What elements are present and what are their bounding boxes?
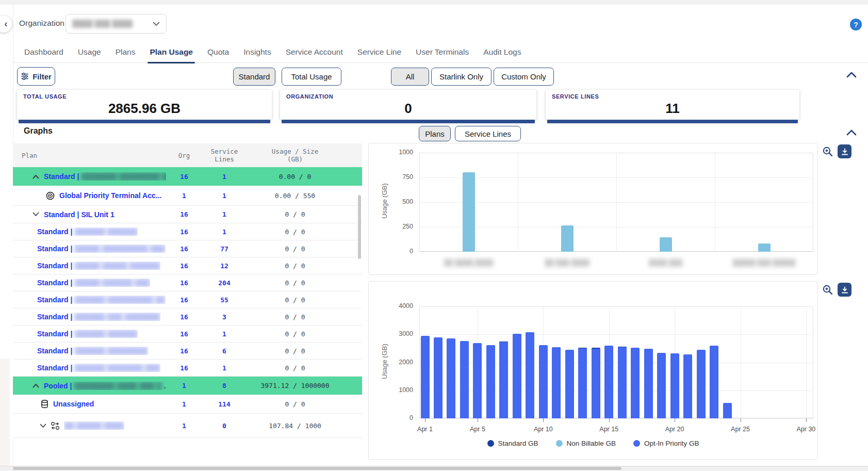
y-tick-label: 250 — [387, 223, 413, 230]
plan-name-link[interactable]: Standard | ██████ ████████ — [37, 347, 148, 355]
bar-opt-in-priority — [578, 348, 587, 418]
chevron-down-icon[interactable] — [40, 424, 46, 428]
service-lines-count: 1 — [202, 173, 247, 181]
tab-plans[interactable]: Plans — [108, 41, 143, 63]
view-toggle-standard[interactable]: Standard — [233, 68, 275, 86]
bar-opt-in-priority — [499, 342, 508, 418]
plan-name-link[interactable]: Standard | ██████ █████████ ██ — [37, 296, 166, 304]
scope-toggle-all[interactable]: All — [391, 68, 429, 86]
plan-cell: Standard | █████ █████████ ███ — [13, 245, 166, 253]
plan-name-link[interactable]: Standard | ██████ ███ ███████ — [37, 313, 160, 321]
org-count: 1 — [166, 192, 202, 200]
tab-user-terminals[interactable]: User Terminals — [408, 41, 476, 63]
filter-button[interactable]: Filter — [17, 67, 55, 86]
view-toggle-total-usage[interactable]: Total Usage — [282, 68, 341, 86]
bar-opt-in-priority — [513, 334, 521, 418]
graph-toggle-plans[interactable]: Plans — [419, 126, 451, 141]
plan-name-link[interactable]: Standard | █████ █████ ██████ — [37, 262, 160, 270]
bar-non-billable — [660, 237, 672, 252]
plan-name-link[interactable]: Standard | ██████ ██████ — [37, 330, 138, 338]
plan-name-link[interactable]: Standard | █████ ██████ ███ — [37, 279, 150, 287]
x-category-label-redacted: ████ ███ — [627, 259, 705, 266]
plan-cell: Standard | ██████ ████████ — [13, 347, 166, 355]
table-row[interactable]: Standard | ██████ ███ ███████1630 / 0 — [13, 308, 362, 326]
scope-toggle-custom-only-label: Custom Only — [501, 72, 546, 81]
table-row[interactable]: Pooled | ████████ ████ ███ █ .183971.12 … — [13, 377, 362, 395]
scope-toggle-starlink-only-label: Starlink Only — [439, 72, 483, 81]
chart1-zoom-button[interactable] — [821, 145, 834, 158]
collapse-filter-section-button[interactable] — [845, 68, 858, 82]
table-row[interactable]: Standard | █████ █████████ ███16770 / 0 — [13, 240, 362, 257]
x-tick-mark — [741, 418, 741, 422]
plan-name-link[interactable]: Standard | SIL Unit 1 — [44, 210, 114, 219]
usage-size-value: 0.00 / 550 — [247, 192, 343, 200]
plan-name-redacted: ████████ ████ ███ █ — [74, 382, 161, 390]
tab-dashboard[interactable]: Dashboard — [17, 41, 71, 63]
tab-service-line[interactable]: Service Line — [350, 41, 408, 63]
chevron-up-icon[interactable] — [32, 383, 39, 388]
plan-cell: Standard | SIL Unit 1 — [13, 210, 166, 219]
tab-bar: DashboardUsagePlansPlan UsageQuotaInsigh… — [13, 41, 868, 63]
table-row[interactable]: Standard | ██████ ███████ ███1610 / 0 — [13, 360, 362, 377]
table-row[interactable]: Standard | ██████ █████████ ██16550 / 0 — [13, 291, 362, 308]
legend-item[interactable]: Non Billable GB — [556, 440, 616, 447]
column-header-org[interactable]: Org — [166, 152, 202, 159]
chart2-zoom-button[interactable] — [821, 283, 834, 297]
chevron-down-icon[interactable] — [32, 212, 39, 217]
help-button[interactable]: ? — [850, 19, 862, 30]
table-row[interactable]: Standard | ███████ ████████ ██ ..1610.00… — [13, 167, 362, 186]
column-header-plan[interactable]: Plan — [13, 152, 166, 159]
tab-usage[interactable]: Usage — [71, 41, 108, 63]
legend-item[interactable]: Opt-In Priority GB — [633, 440, 699, 447]
column-header-service-lines[interactable]: Service Lines — [202, 148, 247, 163]
bar-opt-in-priority — [552, 347, 561, 418]
table-row[interactable]: Standard | ██████ ██████1610 / 0 — [13, 326, 362, 343]
legend-dot — [556, 440, 563, 447]
table-row[interactable]: Standard | ██████ ██████1610 / 0 — [13, 223, 362, 240]
back-button[interactable]: ‹ — [0, 15, 12, 33]
scope-toggle-starlink-only[interactable]: Starlink Only — [431, 68, 492, 86]
tab-insights[interactable]: Insights — [236, 41, 278, 63]
graph-toggle-service-lines[interactable]: Service Lines — [455, 126, 521, 141]
table-row[interactable]: Global Priority Terminal Acc...110.00 / … — [13, 186, 362, 206]
table-row[interactable]: Standard | █████ ██████ ███162040 / 0 — [13, 274, 362, 291]
chart1-download-button[interactable] — [838, 144, 851, 158]
y-tick-label: 3000 — [387, 330, 413, 337]
tab-service-account[interactable]: Service Account — [279, 41, 350, 63]
plan-name-link[interactable]: Standard | ██████ ██████ — [37, 228, 138, 236]
tab-quota[interactable]: Quota — [200, 41, 236, 63]
organization-dropdown[interactable]: ████ ███ ████ — [65, 14, 167, 34]
plan-name-link[interactable]: Standard | ██████ ███████ ███ — [37, 364, 160, 372]
chart2-download-button[interactable] — [838, 283, 851, 297]
help-icon: ? — [854, 21, 858, 29]
x-tick-label: Apr 5 — [462, 426, 493, 433]
table-row[interactable]: ███ █ █ ████102415.87 / 100000 — [13, 438, 362, 442]
table-row[interactable]: Standard | ██████ ████████1660 / 0 — [13, 343, 362, 360]
table-scrollbar-thumb[interactable] — [358, 195, 361, 259]
tab-audit-logs[interactable]: Audit Logs — [476, 41, 528, 63]
plan-name-link[interactable]: Global Priority Terminal Acc... — [59, 191, 161, 200]
plan-name-link[interactable]: Standard | ███████ ████████ ██ .. — [44, 172, 166, 181]
plan-name-link[interactable]: Pooled | ████████ ████ ███ █ . — [44, 382, 166, 390]
column-header-usage-size[interactable]: Usage / Size (GB) — [247, 148, 343, 163]
daily-usage-chart: Usage (GB)01000200030004000Apr 1Apr 5Apr… — [368, 281, 818, 460]
table-row[interactable]: Standard | █████ █████ ██████16120 / 0 — [13, 257, 362, 274]
scope-toggle-custom-only[interactable]: Custom Only — [494, 68, 554, 86]
plan-name-link[interactable]: Unassigned — [53, 400, 94, 408]
table-row[interactable]: ██ █████ ████10107.84 / 1000 — [13, 414, 362, 438]
table-row[interactable]: Standard | SIL Unit 11610 / 0 — [13, 206, 362, 223]
tab-plan-usage[interactable]: Plan Usage — [142, 41, 200, 63]
org-count: 16 — [166, 347, 202, 355]
horizontal-scrollbar-thumb[interactable] — [13, 467, 621, 470]
chevron-up-icon[interactable] — [32, 174, 39, 179]
plan-name-link[interactable]: ██ █████ ████ — [64, 421, 124, 430]
table-row[interactable]: Unassigned11140 / 0 — [13, 395, 362, 414]
plan-cell: Standard | ██████ ███ ███████ — [13, 313, 166, 321]
collapse-graphs-section-button[interactable] — [845, 126, 858, 139]
legend-item[interactable]: Standard GB — [487, 440, 538, 447]
x-tick-mark — [806, 418, 807, 422]
zoom-in-icon — [822, 146, 833, 157]
org-count: 1 — [166, 422, 202, 430]
org-count: 16 — [166, 228, 202, 236]
plan-name-link[interactable]: Standard | █████ █████████ ███ — [37, 245, 166, 253]
